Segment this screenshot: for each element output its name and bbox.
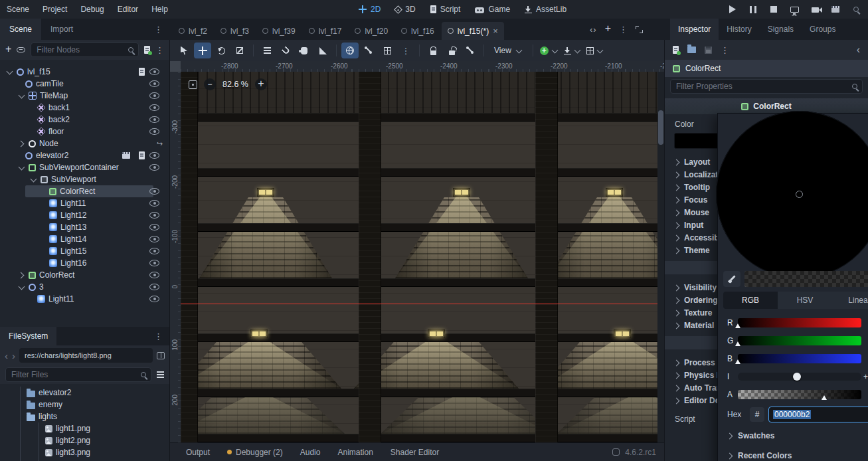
- swatches-section[interactable]: Swatches: [726, 431, 774, 440]
- zoom-out-button[interactable]: [204, 78, 216, 90]
- menu-project[interactable]: Project: [36, 0, 74, 19]
- skeleton-button[interactable]: [360, 43, 377, 58]
- tab-history[interactable]: History: [719, 19, 759, 40]
- scene-tab-lvl-f3[interactable]: lvl_f3: [215, 22, 255, 40]
- scene-node-row[interactable]: Light16: [0, 257, 169, 269]
- grid-dropdown[interactable]: [584, 43, 606, 58]
- pause-button[interactable]: [748, 4, 758, 15]
- scene-node-row[interactable]: ColorRect: [0, 269, 169, 281]
- scene-tab-lvl-f39[interactable]: lvl_f39: [256, 22, 302, 40]
- save-resource-icon[interactable]: [705, 46, 712, 54]
- vertical-scrollbar[interactable]: [657, 72, 664, 442]
- workspace-script[interactable]: Script: [424, 1, 468, 17]
- tab-groups[interactable]: Groups: [802, 19, 843, 40]
- file-row[interactable]: lights: [0, 411, 169, 422]
- scrollbar-thumb[interactable]: [658, 110, 663, 145]
- workspace-assetlib[interactable]: AssetLib: [518, 1, 573, 17]
- split-mode-icon[interactable]: [157, 352, 165, 359]
- bottom-tab-output[interactable]: Output: [178, 443, 218, 461]
- scene-node-row[interactable]: Light11: [0, 197, 169, 209]
- tree-collapse-icon[interactable]: [17, 92, 25, 100]
- movie-camera-button[interactable]: [810, 4, 820, 15]
- import-dropdown[interactable]: [562, 43, 583, 58]
- slider-thumb[interactable]: [822, 393, 827, 400]
- select-tool-button[interactable]: [175, 43, 193, 58]
- pan-tool-button[interactable]: [296, 43, 313, 58]
- file-row[interactable]: light4.png: [0, 458, 169, 461]
- scene-node-row[interactable]: SubViewportContainer: [0, 161, 169, 173]
- bottom-tab-shader-editor[interactable]: Shader Editor: [383, 443, 447, 461]
- tree-expand-icon[interactable]: [17, 271, 25, 279]
- eye-icon[interactable]: [149, 68, 159, 75]
- channel-slider-g[interactable]: [738, 336, 861, 345]
- dock-tab-import[interactable]: Import: [41, 19, 82, 40]
- distraction-free-icon[interactable]: [636, 26, 643, 33]
- hex-input[interactable]: 000000b2: [768, 407, 868, 422]
- zoom-instances-button[interactable]: [851, 4, 861, 15]
- add-preview-dropdown[interactable]: [538, 43, 561, 58]
- scene-node-row[interactable]: ColorRect: [0, 185, 169, 197]
- recent-colors-section[interactable]: Recent Colors: [726, 451, 792, 460]
- eye-icon[interactable]: [149, 128, 159, 135]
- slider-thumb[interactable]: [735, 321, 740, 328]
- workspace-3d[interactable]: 3D: [389, 1, 422, 17]
- zoom-level[interactable]: 82.6 %: [222, 80, 248, 89]
- sort-files-icon[interactable]: [157, 371, 164, 378]
- lock-node-button[interactable]: [424, 43, 442, 58]
- nav-back-icon[interactable]: ‹: [5, 351, 8, 361]
- scene-tab-lvl-f16[interactable]: lvl_f16: [395, 22, 440, 40]
- scene-node-row[interactable]: Light12: [0, 209, 169, 221]
- eye-icon[interactable]: [149, 260, 159, 266]
- eye-icon[interactable]: [149, 272, 159, 278]
- scene-tab-menu-icon[interactable]: [619, 25, 628, 35]
- ruler-tool-button[interactable]: [314, 43, 331, 58]
- eye-icon[interactable]: [149, 200, 159, 207]
- scene-tab-lvl-f15-[interactable]: lvl_f15(*): [442, 22, 504, 40]
- menu-editor[interactable]: Editor: [111, 0, 145, 19]
- eye-icon[interactable]: [149, 248, 159, 254]
- tree-collapse-icon[interactable]: [5, 68, 13, 76]
- scene-node-row[interactable]: back2: [0, 114, 169, 126]
- inspector-menu-icon[interactable]: [721, 45, 729, 55]
- view-menu-button[interactable]: View: [489, 43, 528, 58]
- slider-thumb[interactable]: [735, 339, 740, 346]
- tab-inspector[interactable]: Inspector: [670, 19, 719, 40]
- eye-icon[interactable]: [149, 152, 159, 159]
- viewport-canvas[interactable]: 82.6 %: [181, 72, 664, 442]
- eye-icon[interactable]: [149, 164, 159, 171]
- eye-icon[interactable]: [149, 116, 159, 123]
- channel-slider-a[interactable]: [738, 390, 861, 399]
- eye-icon[interactable]: [149, 296, 159, 302]
- scene-history-icon[interactable]: [590, 25, 597, 35]
- scene-tab-lvl-f20[interactable]: lvl_f20: [349, 22, 394, 40]
- scene-node-row[interactable]: Node↪: [0, 138, 169, 149]
- scene-node-row[interactable]: Light15: [0, 245, 169, 257]
- scene-node-row[interactable]: Light14: [0, 233, 169, 245]
- horizontal-ruler[interactable]: -2800-2700-2600-2500-2400-2300-2200-2100…: [181, 61, 664, 72]
- add-node-button[interactable]: [5, 45, 11, 54]
- eye-icon[interactable]: [149, 284, 159, 290]
- color-mode-linear[interactable]: Linear: [832, 292, 868, 309]
- eye-icon[interactable]: [149, 236, 159, 242]
- tab-signals[interactable]: Signals: [760, 19, 802, 40]
- rotate-tool-button[interactable]: [213, 43, 230, 58]
- menu-debug[interactable]: Debug: [74, 0, 110, 19]
- filter-nodes-input[interactable]: [31, 43, 139, 57]
- file-row[interactable]: elevator2: [0, 387, 169, 399]
- scene-node-row[interactable]: floor: [0, 126, 169, 138]
- zoom-in-button[interactable]: [255, 78, 267, 90]
- attach-script-button[interactable]: [144, 46, 150, 54]
- dock-tab-scene[interactable]: Scene: [0, 19, 41, 40]
- tree-collapse-icon[interactable]: [29, 175, 37, 183]
- eyedropper-button[interactable]: [723, 271, 740, 287]
- scene-node-row[interactable]: SubViewport: [0, 173, 169, 185]
- eye-icon[interactable]: [149, 104, 159, 111]
- bone-button[interactable]: [462, 43, 479, 58]
- menu-scene[interactable]: Scene: [0, 0, 36, 19]
- new-scene-tab-button[interactable]: [605, 25, 611, 34]
- color-mode-rgb[interactable]: RGB: [723, 292, 778, 309]
- workspace-2d[interactable]: 2D: [352, 1, 387, 17]
- move-tool-button[interactable]: [194, 43, 211, 58]
- instance-scene-icon[interactable]: [17, 47, 25, 52]
- current-path[interactable]: res://chars/lights/light8.png: [19, 348, 153, 363]
